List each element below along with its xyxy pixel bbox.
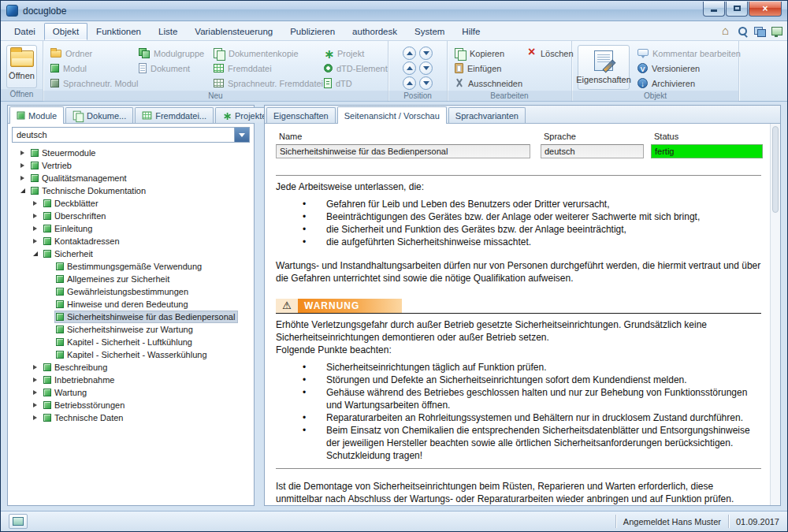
expand-arrow-icon[interactable] [33,201,43,206]
language-dropdown[interactable]: deutsch [12,127,250,143]
tab-liste[interactable]: Liste [150,23,186,40]
status-field[interactable]: fertig [651,144,763,158]
statusbar-view-button[interactable] [9,514,28,529]
tree-item[interactable]: Wartung [8,386,254,399]
new-dtd-element-button[interactable]: dTD-Element [321,61,384,76]
tree-item-selected[interactable]: Sicherheitshinweise für das Bedienperson… [8,311,254,323]
copy-button[interactable]: Kopieren [452,46,524,61]
new-dokument-button[interactable]: Dokument [136,61,210,76]
new-modul-button[interactable]: Modul [47,61,136,76]
language-dropdown-button[interactable] [234,128,249,142]
minimize-button[interactable] [703,2,725,17]
new-sprachneutr-modul-button[interactable]: Sprachneutr. Modul [47,76,136,91]
ribbon-group-neu: Ordner Modul Sprachneutr. Modul Modulgru… [43,41,388,101]
tab-datei[interactable]: Datei [6,23,44,40]
properties-button[interactable]: Eigenschaften [578,45,630,90]
tab-seitenansicht-vorschau[interactable]: Seitenansicht / Vorschau [337,106,447,124]
tab-fremddateien[interactable]: Fremddatei... [135,107,214,123]
collapse-arrow-icon[interactable] [33,251,43,256]
move-down-button[interactable] [419,61,433,75]
tree-item[interactable]: Bestimmungsgemäße Verwendung [8,260,254,273]
maximize-icon [734,6,741,11]
scrollbar-thumb[interactable] [772,126,779,213]
open-button[interactable]: Öffnen [6,45,37,88]
expand-arrow-icon[interactable] [33,415,43,420]
tree-item[interactable]: Einleitung [8,222,254,235]
tree-item[interactable]: Beschreibung [8,361,254,374]
tab-publizieren[interactable]: Publizieren [281,23,344,40]
expand-arrow-icon[interactable] [33,365,43,370]
tab-eigenschaften[interactable]: Eigenschaften [266,107,336,123]
tab-hilfe[interactable]: Hilfe [453,23,489,40]
cut-button[interactable]: Ausschneiden [452,76,524,91]
close-button[interactable]: × [749,2,782,17]
tree-item[interactable]: Sicherheitshinweise zur Wartung [8,323,254,336]
expand-arrow-icon[interactable] [20,151,30,155]
tree-item[interactable]: Deckblätter [8,197,254,210]
new-sprachneutr-fremddatei-button[interactable]: Sprachneutr. Fremddatei [210,76,321,91]
statusbar-separator [728,515,729,527]
collapse-arrow-icon[interactable] [20,188,30,193]
expand-arrow-icon[interactable] [20,176,30,180]
home-icon[interactable] [721,26,733,37]
paste-button[interactable]: Einfügen [452,61,524,76]
expand-arrow-icon[interactable] [33,403,43,407]
tree-item[interactable]: Sicherheit [8,247,254,260]
tab-funktionen[interactable]: Funktionen [87,23,150,40]
document-preview[interactable]: Jede Arbeitsweise unterlassen, die: Gefa… [265,173,769,505]
tree-item[interactable]: Gewährleistungsbestimmungen [8,285,254,298]
vertical-scrollbar[interactable] [770,124,780,505]
module-icon [43,212,51,220]
tab-system[interactable]: System [406,23,453,40]
tree-item[interactable]: Inbetriebnahme [8,374,254,386]
new-dtd-button[interactable]: dTD [321,76,384,91]
move-up-button[interactable] [403,76,416,90]
tree-item[interactable]: Technische Daten [8,411,254,424]
tab-dokumente[interactable]: Dokume... [65,107,133,123]
expand-arrow-icon[interactable] [33,390,43,395]
new-ordner-button[interactable]: Ordner [47,46,136,61]
documents-icon [73,110,84,121]
archive-button[interactable]: Archivieren [634,76,734,91]
screens-icon[interactable] [771,26,782,37]
new-projekt-button[interactable]: Projekt [321,46,384,61]
tree-item[interactable]: Kapitel - Sicherheit - Luftkühlung [8,336,254,348]
tree-item[interactable]: Steuermodule [8,147,254,159]
move-down-button[interactable] [419,76,433,90]
tab-objekt[interactable]: Objekt [44,23,87,40]
tab-authordesk[interactable]: authordesk [344,23,406,40]
tab-sprachvarianten[interactable]: Sprachvarianten [448,107,526,123]
tab-module[interactable]: Module [9,106,64,124]
windows-icon[interactable] [754,26,766,37]
tree-item[interactable]: Überschriften [8,210,254,222]
new-modulgruppe-button[interactable]: Modulgruppe [136,46,210,61]
name-field[interactable]: Sicherheitshinweise für das Bedienperson… [276,144,530,158]
titlebar[interactable]: docuglobe × [1,1,787,21]
tree-item[interactable]: Vertrieb [8,159,254,172]
new-dokumentenkopie-button[interactable]: Dokumentenkopie [210,46,321,61]
comment-edit-button[interactable]: Kommentar bearbeiten [634,46,734,61]
expand-arrow-icon[interactable] [33,214,43,218]
expand-arrow-icon[interactable] [33,239,43,244]
move-up-button[interactable] [403,47,416,60]
tree-item[interactable]: Technische Dokumentation [8,184,254,197]
tree-item[interactable]: Hinweise und deren Bedeutung [8,298,254,311]
navigation-tabs: Module Dokume... Fremddatei... Projekte [8,106,254,124]
move-up-button[interactable] [403,61,416,75]
version-button[interactable]: Versionieren [634,61,734,76]
expand-arrow-icon[interactable] [20,163,30,168]
tree-item[interactable]: Kapitel - Sicherheit - Wasserkühlung [8,348,254,361]
move-down-button[interactable] [419,47,433,60]
expand-arrow-icon[interactable] [33,226,43,231]
tree-item[interactable]: Allgemeines zur Sicherheit [8,273,254,285]
tree-item[interactable]: Kontaktadressen [8,235,254,247]
language-field[interactable]: deutsch [541,144,644,158]
search-icon[interactable] [738,26,749,37]
new-fremddatei-button[interactable]: Fremddatei [210,61,321,76]
tree-item[interactable]: Qualitätsmanagement [8,172,254,184]
tab-variablensteuerung[interactable]: Variablensteuerung [186,23,281,40]
maximize-button[interactable] [726,2,748,17]
tree-item[interactable]: Betriebsstörungen [8,399,254,411]
expand-arrow-icon[interactable] [33,378,43,382]
delete-button[interactable]: Löschen [524,46,570,61]
